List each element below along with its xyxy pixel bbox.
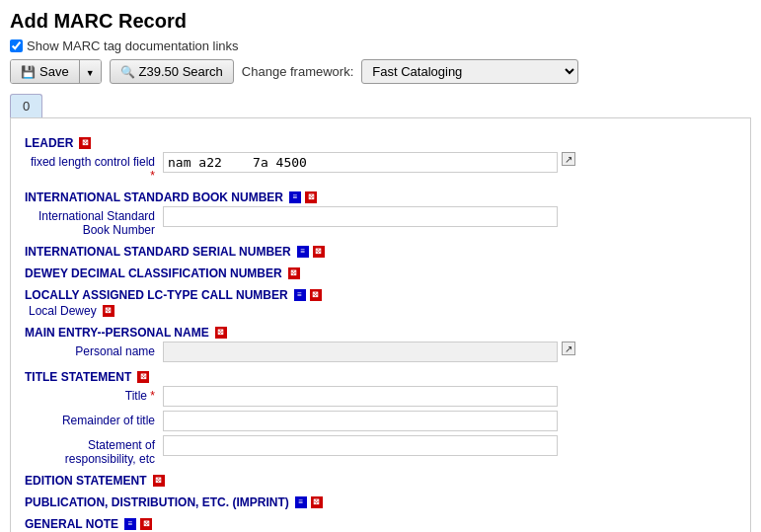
save-dropdown-button[interactable]	[79, 60, 101, 83]
chevron-down-icon	[86, 64, 95, 79]
local-dewey-tag-icon[interactable]: ⊠	[103, 305, 114, 317]
general-note-blue-icon[interactable]: ≡	[124, 518, 136, 530]
required-star: *	[150, 169, 155, 183]
personal-name-row: Personal name ↗	[25, 342, 736, 362]
dewey-section: DEWEY DECIMAL CLASSIFICATION NUMBER ⊠	[25, 266, 736, 280]
statement-input[interactable]	[163, 435, 558, 456]
publication-blue-icon[interactable]: ≡	[295, 496, 307, 508]
isbn-icons: ≡ ⊠	[287, 191, 317, 203]
publication-section: PUBLICATION, DISTRIBUTION, ETC. (IMPRINT…	[25, 495, 736, 509]
title-input-wrapper	[163, 386, 558, 407]
dewey-section-label: DEWEY DECIMAL CLASSIFICATION NUMBER ⊠	[25, 266, 736, 280]
issn-blue-icon[interactable]: ≡	[297, 246, 309, 258]
remainder-input[interactable]	[163, 411, 558, 431]
isbn-input-wrapper	[163, 206, 558, 227]
statement-row: Statement of responsibility, etc	[25, 435, 736, 466]
lc-tag-icon[interactable]: ⊠	[310, 289, 322, 301]
lc-section-label: LOCALLY ASSIGNED LC-TYPE CALL NUMBER ≡ ⊠	[25, 288, 736, 302]
issn-section: INTERNATIONAL STANDARD SERIAL NUMBER ≡ ⊠	[25, 245, 736, 259]
statement-input-wrapper	[163, 435, 558, 456]
remainder-label: Remainder of title	[25, 411, 163, 427]
page-title: Add MARC Record	[10, 10, 751, 33]
main-entry-section-label: MAIN ENTRY--PERSONAL NAME ⊠	[25, 326, 736, 340]
title-input[interactable]	[163, 386, 558, 407]
publication-section-label: PUBLICATION, DISTRIBUTION, ETC. (IMPRINT…	[25, 495, 736, 509]
lc-blue-icon[interactable]: ≡	[294, 289, 306, 301]
tab-0[interactable]: 0	[10, 94, 42, 117]
main-entry-tag-icon[interactable]: ⊠	[215, 327, 227, 339]
isbn-field-row: International Standard Book Number	[25, 206, 736, 237]
leader-section: LEADER ⊠ fixed length control field * ↗	[25, 136, 736, 183]
title-section-label: TITLE STATEMENT ⊠	[25, 370, 736, 384]
title-section: TITLE STATEMENT ⊠ Title * Remainder of t…	[25, 370, 736, 466]
general-note-section: GENERAL NOTE ≡ ⊠	[25, 517, 736, 531]
form-panel: LEADER ⊠ fixed length control field * ↗ …	[10, 118, 751, 532]
isbn-tag-icon[interactable]: ⊠	[305, 191, 317, 203]
personal-name-input-wrapper	[163, 342, 558, 362]
title-required-star: *	[150, 389, 155, 403]
local-dewey-label: Local Dewey	[29, 304, 97, 318]
save-button-group: Save	[10, 59, 102, 84]
issn-icons: ≡ ⊠	[295, 246, 325, 258]
leader-edit-icon[interactable]: ↗	[562, 152, 575, 166]
leader-input[interactable]	[163, 152, 558, 173]
personal-name-edit-icon[interactable]: ↗	[562, 342, 575, 355]
edition-section: EDITION STATEMENT ⊠	[25, 474, 736, 488]
framework-select[interactable]: Fast Cataloging	[361, 59, 578, 84]
local-dewey-row: Local Dewey ⊠	[25, 304, 736, 318]
title-row: Title *	[25, 386, 736, 407]
z3950-search-button[interactable]: Z39.50 Search	[110, 59, 234, 84]
general-note-icons: ≡ ⊠	[122, 518, 152, 530]
floppy-icon	[21, 64, 36, 79]
publication-tag-icon[interactable]: ⊠	[311, 496, 323, 508]
remainder-input-wrapper	[163, 411, 558, 431]
isbn-input[interactable]	[163, 206, 558, 227]
show-marc-label: Show MARC tag documentation links	[27, 38, 239, 53]
title-label: Title *	[25, 386, 163, 403]
statement-label: Statement of responsibility, etc	[25, 435, 163, 466]
main-entry-section: MAIN ENTRY--PERSONAL NAME ⊠ Personal nam…	[25, 326, 736, 362]
personal-name-label: Personal name	[25, 342, 163, 358]
lc-section: LOCALLY ASSIGNED LC-TYPE CALL NUMBER ≡ ⊠…	[25, 288, 736, 318]
dewey-tag-icon[interactable]: ⊠	[288, 267, 300, 279]
title-tag-icon[interactable]: ⊠	[137, 371, 149, 383]
personal-name-input[interactable]	[163, 342, 558, 362]
remainder-row: Remainder of title	[25, 411, 736, 431]
edition-section-label: EDITION STATEMENT ⊠	[25, 474, 736, 488]
issn-tag-icon[interactable]: ⊠	[313, 246, 325, 258]
isbn-blue-icon[interactable]: ≡	[289, 191, 301, 203]
tab-bar: 0	[10, 94, 751, 118]
save-button[interactable]: Save	[11, 60, 79, 83]
show-marc-checkbox-label[interactable]: Show MARC tag documentation links	[10, 38, 239, 53]
issn-section-label: INTERNATIONAL STANDARD SERIAL NUMBER ≡ ⊠	[25, 245, 736, 259]
save-label: Save	[39, 64, 69, 79]
general-note-tag-icon[interactable]: ⊠	[140, 518, 152, 530]
leader-input-wrapper	[163, 152, 558, 173]
search-icon	[120, 64, 135, 79]
show-marc-checkbox[interactable]	[10, 39, 23, 52]
edition-tag-icon[interactable]: ⊠	[153, 475, 165, 487]
isbn-field-label: International Standard Book Number	[25, 206, 163, 237]
leader-field-label: fixed length control field *	[25, 152, 163, 183]
leader-section-label: LEADER ⊠	[25, 136, 736, 150]
publication-icons: ≡ ⊠	[293, 496, 323, 508]
general-note-section-label: GENERAL NOTE ≡ ⊠	[25, 517, 736, 531]
leader-field-row: fixed length control field * ↗	[25, 152, 736, 183]
isbn-section: INTERNATIONAL STANDARD BOOK NUMBER ≡ ⊠ I…	[25, 190, 736, 237]
framework-label: Change framework:	[242, 64, 353, 79]
isbn-section-label: INTERNATIONAL STANDARD BOOK NUMBER ≡ ⊠	[25, 190, 736, 204]
z3950-label: Z39.50 Search	[139, 64, 223, 79]
leader-tag-icon[interactable]: ⊠	[79, 137, 91, 149]
lc-icons: ≡ ⊠	[292, 289, 322, 301]
